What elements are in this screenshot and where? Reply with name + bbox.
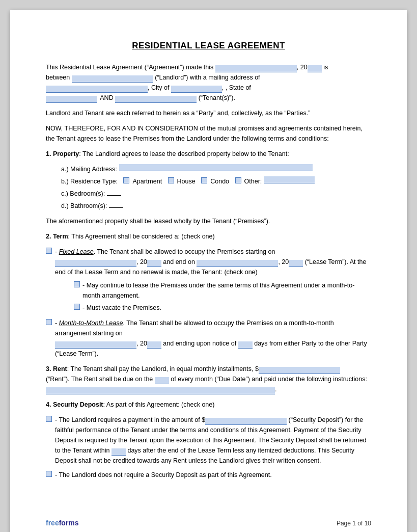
sub-check-vacate: - Must vacate the Premises. (74, 303, 371, 313)
payment-instructions-field[interactable] (46, 387, 275, 394)
no-deposit-checkbox[interactable] (46, 471, 52, 477)
intro-block: This Residential Lease Agreement (“Agree… (46, 62, 371, 480)
security-deposit-item: - The Landlord requires a payment in the… (46, 415, 371, 466)
brand-forms: forms (59, 519, 79, 527)
residence-type-row: b.) Residence Type: Apartment House Cond… (61, 176, 371, 187)
mailing-address-row: a.) Mailing Address: (61, 164, 371, 174)
fixed-lease-checkbox[interactable] (46, 248, 52, 254)
mailing-address-field[interactable] (119, 164, 313, 171)
document-page: RESIDENTIAL LEASE AGREEMENT This Residen… (10, 10, 407, 532)
other-field[interactable] (264, 176, 315, 183)
date-field[interactable] (215, 65, 297, 72)
consideration-text: NOW, THEREFORE, FOR AND IN CONSIDERATION… (46, 123, 371, 144)
section4-header: 4. Security Deposit: As part of this Agr… (46, 400, 371, 410)
no-deposit-item: - The Landlord does not require a Securi… (46, 470, 371, 480)
vacate-checkbox[interactable] (74, 304, 80, 310)
property-list: a.) Mailing Address: b.) Residence Type:… (61, 164, 371, 211)
bathrooms-field[interactable] (109, 201, 123, 208)
footer: freeforms Page 1 of 10 (46, 519, 371, 527)
bedrooms-field[interactable] (107, 189, 121, 196)
landlord-name-field[interactable] (72, 75, 153, 83)
fixed-start-year[interactable] (147, 260, 161, 267)
house-checkbox[interactable] (168, 177, 174, 183)
city-field[interactable] (171, 86, 222, 93)
notice-days-field[interactable] (238, 341, 253, 349)
fixed-lease-block: - Fixed Lease. The Tenant shall be allow… (46, 247, 371, 313)
document-title: RESIDENTIAL LEASE AGREEMENT (46, 41, 371, 51)
premises-closing: The aforementioned property shall be lea… (46, 216, 371, 226)
deposit-amount-field[interactable] (205, 418, 287, 425)
fixed-end-field[interactable] (197, 260, 278, 267)
fixed-start-field[interactable] (55, 260, 136, 267)
state-field[interactable] (46, 96, 97, 103)
return-days-field[interactable] (112, 448, 126, 456)
brand-free: free (46, 519, 59, 527)
bathrooms-row: d.) Bathroom(s): (61, 201, 371, 211)
section1-header: 1. Property: The Landlord agrees to leas… (46, 149, 371, 159)
security-deposit-checkbox[interactable] (46, 416, 52, 422)
intro-line1: This Residential Lease Agreement (“Agree… (46, 62, 371, 103)
section2-header: 2. Term: This Agreement shall be conside… (46, 231, 371, 242)
other-checkbox[interactable] (235, 177, 241, 183)
brand-logo: freeforms (46, 519, 79, 527)
month-lease-checkbox[interactable] (46, 319, 52, 325)
rent-amount-field[interactable] (259, 367, 340, 374)
section3-block: 3. Rent: The Tenant shall pay the Landlo… (46, 364, 371, 394)
condo-checkbox[interactable] (201, 177, 207, 183)
bedrooms-row: c.) Bedroom(s): (61, 189, 371, 199)
address-field[interactable] (46, 86, 148, 93)
fixed-end-year[interactable] (289, 260, 303, 267)
tenant-name-field[interactable] (115, 96, 197, 103)
page-number: Page 1 of 10 (337, 520, 371, 527)
parties-note: Landlord and Tenant are each referred to… (46, 108, 371, 118)
sub-check-continue: - May continue to lease the Premises und… (74, 280, 371, 301)
month-lease-item: - Month-to-Month Lease. The Tenant shall… (46, 318, 371, 359)
due-date-field[interactable] (155, 377, 169, 384)
apartment-checkbox[interactable] (123, 177, 129, 183)
month-start-field[interactable] (55, 341, 136, 349)
month-start-year[interactable] (147, 341, 161, 349)
continue-checkbox[interactable] (74, 281, 80, 287)
year-field[interactable] (308, 65, 322, 72)
fixed-lease-item: - Fixed Lease. The Tenant shall be allow… (46, 247, 371, 277)
